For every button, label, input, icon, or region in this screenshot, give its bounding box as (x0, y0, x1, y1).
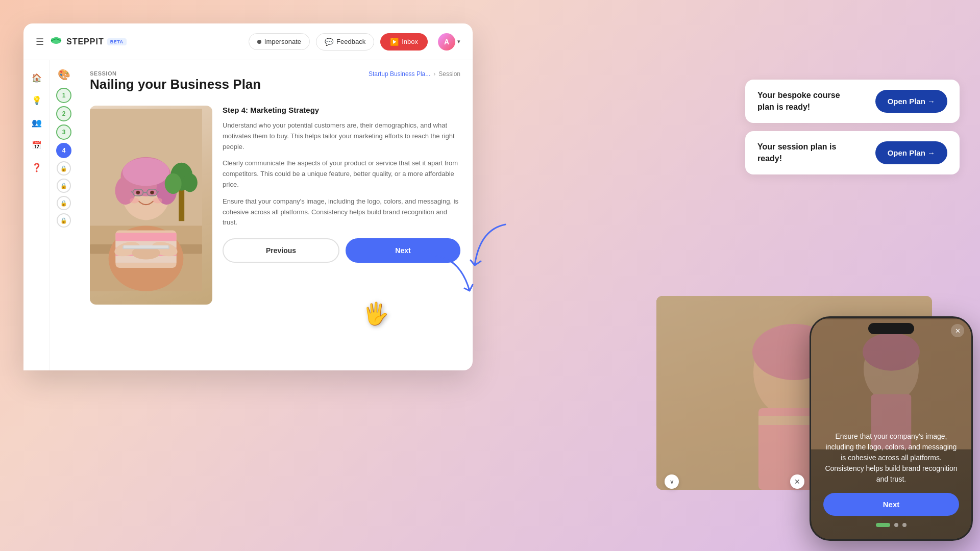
svg-point-26 (153, 197, 162, 203)
phone-bg-close-icon: ✕ (794, 478, 800, 486)
svg-point-17 (122, 158, 169, 186)
step-7-locked: 🔒 (57, 196, 71, 210)
impersonate-button[interactable]: Impersonate (249, 33, 310, 50)
content-row: Step 4: Marketing Strategy Understand wh… (90, 106, 460, 360)
breadcrumb-parent[interactable]: Startup Business Pla... (369, 70, 430, 78)
header-row: Session Nailing your Business Plan Start… (90, 70, 460, 98)
phone-collapse-icon: ∨ (670, 478, 674, 485)
step-para-2: Clearly communicate the aspects of your … (223, 158, 460, 190)
hamburger-icon[interactable]: ☰ (36, 36, 44, 47)
navbar: ☰ STEPPIT BETA Impersonate 💬 Feedback (23, 23, 473, 60)
sidebar-home-icon[interactable]: 🏠 (28, 68, 46, 87)
phone-collapse-button[interactable]: ∨ (665, 474, 679, 489)
inbox-button[interactable]: ▶️ Inbox (380, 33, 428, 51)
phone-notch (868, 323, 914, 334)
inbox-icon: ▶️ (390, 38, 399, 46)
svg-point-24 (150, 191, 154, 194)
phone-dot-2 (894, 523, 898, 527)
feedback-button[interactable]: 💬 Feedback (316, 33, 374, 51)
session-label: Session (90, 70, 261, 77)
svg-point-31 (165, 173, 182, 194)
step-title: Step 4: Marketing Strategy (223, 106, 460, 114)
svg-rect-28 (124, 245, 168, 248)
phone-dots (823, 523, 959, 527)
previous-button[interactable]: Previous (223, 238, 339, 263)
step-para-3: Ensure that your company's image, includ… (223, 196, 460, 228)
feedback-label: Feedback (336, 38, 365, 45)
phone-dot-3 (902, 523, 906, 527)
app-body: 🏠 💡 👥 📅 ❓ 🎨 1 2 3 4 🔒 🔒 🔒 🔒 Session Nail… (23, 60, 473, 370)
step-image (90, 106, 212, 305)
breadcrumb: Startup Business Pla... › Session (369, 70, 460, 78)
app-card: ☰ STEPPIT BETA Impersonate 💬 Feedback (23, 23, 473, 370)
beta-badge: BETA (107, 38, 127, 45)
logo-icon (49, 35, 63, 49)
sidebar-calendar-icon[interactable]: 📅 (28, 136, 46, 154)
avatar-area[interactable]: A ▾ (438, 33, 460, 51)
impersonate-dot-icon (257, 40, 261, 44)
next-button[interactable]: Next (346, 238, 460, 263)
logo-text: STEPPIT (66, 37, 104, 46)
step-top-icon: 🎨 (58, 68, 70, 81)
open-session-plan-button[interactable]: Open Plan → (875, 141, 947, 164)
person-svg (90, 106, 202, 294)
phone-content: Ensure that your company's image, includ… (811, 318, 971, 539)
step-details: Step 4: Marketing Strategy Understand wh… (223, 106, 460, 360)
course-plan-text: Your bespoke course plan is ready! (757, 90, 849, 113)
step-6-locked: 🔒 (57, 179, 71, 193)
main-content: Session Nailing your Business Plan Start… (78, 60, 473, 370)
step-buttons: Previous Next (223, 238, 460, 263)
phone-bg-close-button[interactable]: ✕ (790, 474, 804, 489)
phone-screen: Ensure that your company's image, includ… (811, 318, 971, 539)
phone-close-button[interactable]: ✕ (951, 324, 964, 337)
inbox-label: Inbox (402, 38, 418, 45)
svg-point-23 (136, 191, 140, 194)
step-para-1: Understand who your potential customers … (223, 120, 460, 152)
avatar-caret-icon: ▾ (457, 38, 460, 45)
steps-sidebar: 🎨 1 2 3 4 🔒 🔒 🔒 🔒 (50, 60, 78, 370)
phone-dot-1 (876, 523, 890, 527)
feedback-icon: 💬 (325, 38, 333, 46)
right-panels: Your bespoke course plan is ready! Open … (745, 80, 960, 174)
sidebar-ideas-icon[interactable]: 💡 (28, 91, 46, 109)
step-4[interactable]: 4 (56, 143, 71, 158)
course-plan-card: Your bespoke course plan is ready! Open … (745, 80, 960, 123)
svg-point-25 (130, 197, 139, 203)
session-title: Nailing your Business Plan (90, 77, 261, 92)
step-8-locked: 🔒 (57, 213, 71, 228)
step-3[interactable]: 3 (56, 124, 71, 140)
step-5-locked: 🔒 (57, 161, 71, 176)
step-2[interactable]: 2 (56, 106, 71, 121)
avatar: A (438, 33, 455, 51)
phone-mockup-container: ∨ ✕ ✕ Ensure that your company's image, … (656, 296, 973, 541)
phone-device: ✕ Ensure that your company's image, incl… (810, 316, 973, 541)
step-1[interactable]: 1 (56, 88, 71, 103)
navbar-center: Impersonate 💬 Feedback ▶️ Inbox A ▾ (249, 33, 460, 51)
sidebar-help-icon[interactable]: ❓ (28, 158, 46, 177)
breadcrumb-current: Session (438, 70, 460, 78)
svg-rect-5 (115, 233, 176, 241)
sidebar-users-icon[interactable]: 👥 (28, 113, 46, 132)
phone-next-button[interactable]: Next (823, 493, 959, 516)
cursor-hand-icon: 🖐️ (362, 301, 389, 326)
svg-point-32 (183, 173, 198, 192)
session-plan-text: Your session plan is ready! (757, 141, 849, 164)
session-plan-card: Your session plan is ready! Open Plan → (745, 131, 960, 174)
open-course-plan-button[interactable]: Open Plan → (875, 90, 947, 113)
navbar-left: ☰ STEPPIT BETA (36, 35, 249, 49)
phone-content-text: Ensure that your company's image, includ… (823, 431, 959, 485)
impersonate-label: Impersonate (264, 38, 301, 45)
sidebar: 🏠 💡 👥 📅 ❓ (23, 60, 50, 370)
breadcrumb-separator: › (433, 70, 435, 78)
logo-area: STEPPIT BETA (49, 35, 127, 49)
